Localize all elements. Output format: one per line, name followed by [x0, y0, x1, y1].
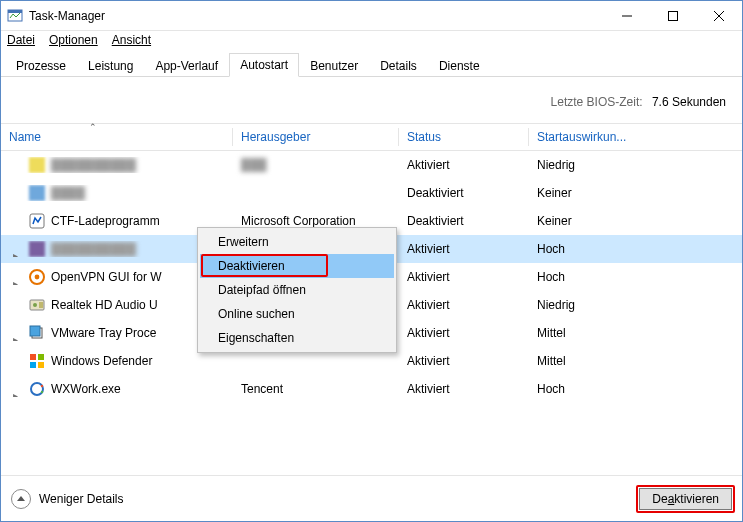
- tab-benutzer[interactable]: Benutzer: [299, 54, 369, 77]
- row-status: Aktiviert: [399, 270, 529, 284]
- tab-details[interactable]: Details: [369, 54, 428, 77]
- window-title: Task-Manager: [29, 9, 604, 23]
- row-status: Aktiviert: [399, 354, 529, 368]
- bios-value: 7.6 Sekunden: [652, 95, 726, 109]
- svg-rect-6: [29, 157, 45, 173]
- svg-rect-7: [29, 185, 45, 201]
- expand-icon[interactable]: ▸: [7, 241, 23, 257]
- openvpn-icon: [29, 269, 45, 285]
- svg-point-23: [41, 391, 43, 393]
- row-publisher: Microsoft Corporation: [233, 214, 399, 228]
- generic-yellow-icon: [29, 157, 45, 173]
- row-status: Aktiviert: [399, 326, 529, 340]
- menu-file[interactable]: Datei: [7, 33, 35, 47]
- svg-rect-18: [38, 354, 44, 360]
- chevron-up-icon: [11, 489, 31, 509]
- ctx-eigenschaften[interactable]: Eigenschaften: [200, 326, 394, 350]
- wxwork-icon: [29, 381, 45, 397]
- column-name[interactable]: ⌃ Name: [1, 124, 233, 150]
- ctx-dateipfad[interactable]: Dateipfad öffnen: [200, 278, 394, 302]
- svg-rect-14: [39, 302, 43, 308]
- app-icon: [7, 8, 23, 24]
- ctf-icon: [29, 213, 45, 229]
- row-impact: Niedrig: [529, 298, 714, 312]
- tab-dienste[interactable]: Dienste: [428, 54, 491, 77]
- ctx-deaktivieren[interactable]: Deaktivieren: [200, 254, 394, 278]
- generic-blue-icon: [29, 185, 45, 201]
- row-name: OpenVPN GUI for W: [51, 270, 162, 284]
- row-status: Deaktiviert: [399, 214, 529, 228]
- row-status: Aktiviert: [399, 158, 529, 172]
- row-name: WXWork.exe: [51, 382, 121, 396]
- tab-prozesse[interactable]: Prozesse: [5, 54, 77, 77]
- svg-rect-3: [669, 11, 678, 20]
- row-status: Deaktiviert: [399, 186, 529, 200]
- row-name: Realtek HD Audio U: [51, 298, 158, 312]
- generic-purple-icon: [29, 241, 45, 257]
- ctx-online-suchen[interactable]: Online suchen: [200, 302, 394, 326]
- tab-leistung[interactable]: Leistung: [77, 54, 144, 77]
- expand-icon[interactable]: ▸: [7, 381, 23, 397]
- table-row[interactable]: ████DeaktiviertKeiner: [1, 179, 742, 207]
- row-name: ████: [51, 186, 85, 200]
- context-menu: Erweitern Deaktivieren Dateipfad öffnen …: [197, 227, 397, 353]
- row-impact: Niedrig: [529, 158, 714, 172]
- svg-point-11: [35, 275, 40, 280]
- column-status[interactable]: Status: [399, 124, 529, 150]
- deactivate-button[interactable]: Deaktivieren: [639, 488, 732, 510]
- table-row[interactable]: █████████████AktiviertNiedrig: [1, 151, 742, 179]
- row-impact: Keiner: [529, 214, 714, 228]
- menu-bar: Datei Optionen Ansicht: [1, 31, 742, 51]
- row-impact: Mittel: [529, 354, 714, 368]
- svg-rect-20: [38, 362, 44, 368]
- tab-autostart[interactable]: Autostart: [229, 53, 299, 77]
- expand-icon[interactable]: ▸: [7, 269, 23, 285]
- fewer-details[interactable]: Weniger Details: [11, 489, 123, 509]
- row-name: ██████████: [51, 158, 136, 172]
- row-impact: Hoch: [529, 382, 714, 396]
- svg-point-13: [33, 303, 37, 307]
- tab-appverlauf[interactable]: App-Verlauf: [144, 54, 229, 77]
- menu-view[interactable]: Ansicht: [112, 33, 151, 47]
- defender-icon: [29, 353, 45, 369]
- minimize-button[interactable]: [604, 1, 650, 31]
- row-impact: Hoch: [529, 242, 714, 256]
- ctx-erweitern[interactable]: Erweitern: [200, 230, 394, 254]
- svg-rect-1: [8, 10, 22, 13]
- row-impact: Mittel: [529, 326, 714, 340]
- svg-point-22: [41, 385, 43, 387]
- row-impact: Hoch: [529, 270, 714, 284]
- row-status: Aktiviert: [399, 242, 529, 256]
- tab-strip: Prozesse Leistung App-Verlauf Autostart …: [1, 51, 742, 77]
- svg-rect-16: [30, 326, 40, 336]
- svg-rect-17: [30, 354, 36, 360]
- maximize-button[interactable]: [650, 1, 696, 31]
- row-name: CTF-Ladeprogramm: [51, 214, 160, 228]
- vmware-icon: [29, 325, 45, 341]
- row-status: Aktiviert: [399, 382, 529, 396]
- bios-label: Letzte BIOS-Zeit:: [551, 95, 643, 109]
- row-name: VMware Tray Proce: [51, 326, 156, 340]
- expand-icon[interactable]: ▸: [7, 325, 23, 341]
- column-publisher[interactable]: Herausgeber: [233, 124, 399, 150]
- sort-asc-icon: ⌃: [89, 122, 97, 132]
- svg-rect-19: [30, 362, 36, 368]
- row-impact: Keiner: [529, 186, 714, 200]
- svg-point-21: [31, 383, 43, 395]
- menu-options[interactable]: Optionen: [49, 33, 98, 47]
- column-impact[interactable]: Startauswirkun...: [529, 124, 714, 150]
- row-publisher: Tencent: [233, 382, 399, 396]
- realtek-icon: [29, 297, 45, 313]
- row-name: Windows Defender: [51, 354, 152, 368]
- row-status: Aktiviert: [399, 298, 529, 312]
- row-publisher: ███: [233, 158, 399, 172]
- row-name: ██████████: [51, 242, 136, 256]
- svg-rect-9: [29, 241, 45, 257]
- close-button[interactable]: [696, 1, 742, 31]
- fewer-details-label: Weniger Details: [39, 492, 123, 506]
- startup-table: ⌃ Name Herausgeber Status Startauswirkun…: [1, 123, 742, 403]
- table-row[interactable]: ▸WXWork.exeTencentAktiviertHoch: [1, 375, 742, 403]
